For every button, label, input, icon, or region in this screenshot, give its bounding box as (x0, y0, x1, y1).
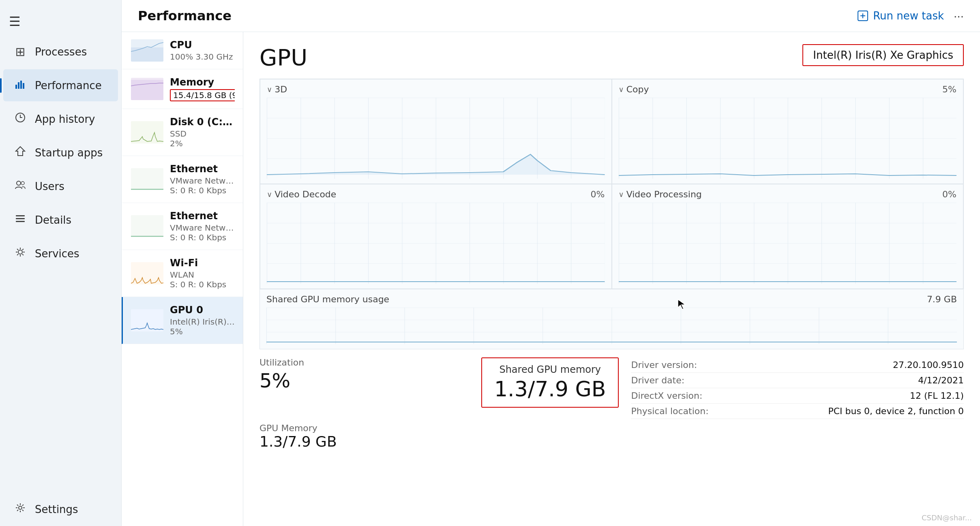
eth2-sub2: S: 0 R: 0 Kbps (170, 233, 235, 242)
list-item-cpu[interactable]: CPU 100% 3.30 GHz (122, 32, 243, 69)
eth1-sub2: S: 0 R: 0 Kbps (170, 186, 235, 195)
sidebar-item-settings[interactable]: Settings (3, 493, 118, 525)
svg-rect-8 (16, 218, 25, 219)
sidebar-item-services[interactable]: Services (3, 237, 118, 269)
disk-thumb (131, 121, 163, 143)
list-item-gpu[interactable]: GPU 0 Intel(R) Iris(R) Xe Graphi 5% (122, 297, 243, 344)
topbar: Performance Run new task ··· (122, 0, 980, 32)
chart-copy-percent: 5% (942, 84, 956, 94)
shared-mem-section: Shared GPU memory usage 7.9 GB (259, 289, 964, 349)
gpu-info: GPU 0 Intel(R) Iris(R) Xe Graphi 5% (170, 304, 235, 336)
driver-version-row: Driver version: 27.20.100.9510 (631, 357, 964, 373)
sidebar-label-users: Users (35, 180, 64, 192)
chart-vp-header: ∨ Video Processing 0% (619, 189, 957, 199)
driver-date-value: 4/12/2021 (918, 375, 964, 385)
chart-3d: ∨ 3D (260, 79, 612, 184)
list-item-disk[interactable]: Disk 0 (C: D:) SSD 2% (122, 109, 243, 156)
svg-rect-28 (266, 308, 957, 344)
svg-rect-1 (18, 82, 19, 89)
chart-vp-canvas (619, 203, 957, 284)
sidebar-item-performance[interactable]: Performance (3, 69, 118, 101)
svg-point-6 (21, 182, 24, 185)
gpu-thumb (131, 309, 163, 331)
sidebar-label-processes: Processes (35, 46, 87, 58)
services-icon (13, 246, 28, 261)
chart-vd-header: ∨ Video Decode 0% (267, 189, 605, 199)
shared-mem-header: Shared GPU memory usage 7.9 GB (266, 294, 957, 304)
utilization-label: Utilization (259, 357, 481, 368)
chart-video-decode: ∨ Video Decode 0% (260, 184, 612, 289)
page-title: Performance (138, 8, 232, 24)
memory-sub: 15.4/15.8 GB (97%) (170, 89, 235, 101)
memory-thumb (131, 78, 163, 100)
list-item-wifi[interactable]: Wi-Fi WLAN S: 0 R: 0 Kbps (122, 250, 243, 297)
hamburger-menu[interactable]: ☰ (0, 8, 121, 35)
shared-gpu-mem-label: Shared GPU memory (494, 364, 606, 375)
shared-gpu-mem-value: 1.3/7.9 GB (494, 377, 606, 401)
utilization-value: 5% (259, 369, 481, 392)
chevron-vp: ∨ (619, 190, 624, 199)
svg-rect-9 (16, 221, 25, 222)
driver-date-row: Driver date: 4/12/2021 (631, 373, 964, 388)
list-item-eth1[interactable]: Ethernet VMware Network Adapt S: 0 R: 0 … (122, 156, 243, 203)
sidebar-label-performance: Performance (35, 79, 102, 92)
sidebar-item-processes[interactable]: ⊞ Processes (3, 36, 118, 68)
run-new-task-button[interactable]: Run new task (857, 10, 944, 22)
content-area: CPU 100% 3.30 GHz Memory 15.4/15.8 GB (122, 32, 980, 526)
cpu-name: CPU (170, 39, 235, 51)
chart-copy-label: ∨ Copy (619, 84, 649, 94)
sidebar-item-startup-apps[interactable]: Startup apps (3, 137, 118, 169)
sidebar-label-services: Services (35, 248, 79, 260)
app-history-icon (13, 112, 28, 126)
eth2-name: Ethernet (170, 210, 235, 222)
chart-video-processing: ∨ Video Processing 0% (612, 184, 964, 289)
svg-point-10 (18, 250, 22, 254)
wifi-info: Wi-Fi WLAN S: 0 R: 0 Kbps (170, 257, 235, 289)
svg-rect-27 (619, 203, 957, 284)
stats-row: Utilization 5% Shared GPU memory 1.3/7.9… (259, 357, 964, 419)
memory-info: Memory 15.4/15.8 GB (97%) (170, 77, 235, 101)
eth1-sub1: VMware Network Adapt (170, 176, 235, 186)
svg-rect-26 (267, 203, 605, 284)
driver-date-label: Driver date: (631, 375, 684, 385)
chevron-3d: ∨ (267, 85, 272, 94)
disk-info: Disk 0 (C: D:) SSD 2% (170, 116, 235, 148)
chevron-vd: ∨ (267, 190, 272, 199)
list-item-eth2[interactable]: Ethernet VMware Network Adapt S: 0 R: 0 … (122, 203, 243, 250)
chart-vp-label: ∨ Video Processing (619, 189, 702, 199)
shared-gpu-memory-box: Shared GPU memory 1.3/7.9 GB (481, 357, 619, 408)
left-list: CPU 100% 3.30 GHz Memory 15.4/15.8 GB (122, 32, 243, 526)
svg-rect-16 (131, 47, 163, 62)
performance-icon (13, 78, 28, 92)
svg-point-5 (17, 181, 21, 185)
sidebar-label-app-history: App history (35, 113, 95, 125)
sidebar-item-app-history[interactable]: App history (3, 103, 118, 135)
eth1-thumb (131, 168, 163, 190)
chart-copy-header: ∨ Copy 5% (619, 84, 957, 94)
list-item-memory[interactable]: Memory 15.4/15.8 GB (97%) (122, 69, 243, 109)
driver-version-value: 27.20.100.9510 (893, 360, 964, 370)
wifi-thumb (131, 262, 163, 284)
run-task-icon (857, 10, 869, 22)
sidebar-item-details[interactable]: Details (3, 204, 118, 236)
shared-mem-label: Shared GPU memory usage (266, 294, 389, 304)
svg-rect-25 (619, 98, 957, 179)
shared-mem-chart (266, 308, 957, 344)
svg-point-11 (19, 506, 22, 509)
gpu-header: GPU Intel(R) Iris(R) Xe Graphics (259, 44, 964, 71)
svg-rect-0 (15, 85, 17, 89)
users-icon (13, 179, 28, 193)
memory-name: Memory (170, 77, 235, 88)
more-options-button[interactable]: ··· (954, 9, 964, 23)
sidebar-label-details: Details (35, 214, 71, 226)
disk-sub2: 2% (170, 139, 235, 148)
shared-mem-max: 7.9 GB (927, 294, 957, 304)
gpu-memory-label: GPU Memory (259, 423, 964, 433)
driver-version-label: Driver version: (631, 360, 697, 370)
svg-rect-20 (131, 168, 163, 190)
physical-location-row: Physical location: PCI bus 0, device 2, … (631, 404, 964, 419)
gpu-name-badge: Intel(R) Iris(R) Xe Graphics (802, 44, 964, 66)
gpu-title: GPU (259, 44, 307, 71)
eth2-thumb (131, 215, 163, 237)
sidebar-item-users[interactable]: Users (3, 170, 118, 202)
